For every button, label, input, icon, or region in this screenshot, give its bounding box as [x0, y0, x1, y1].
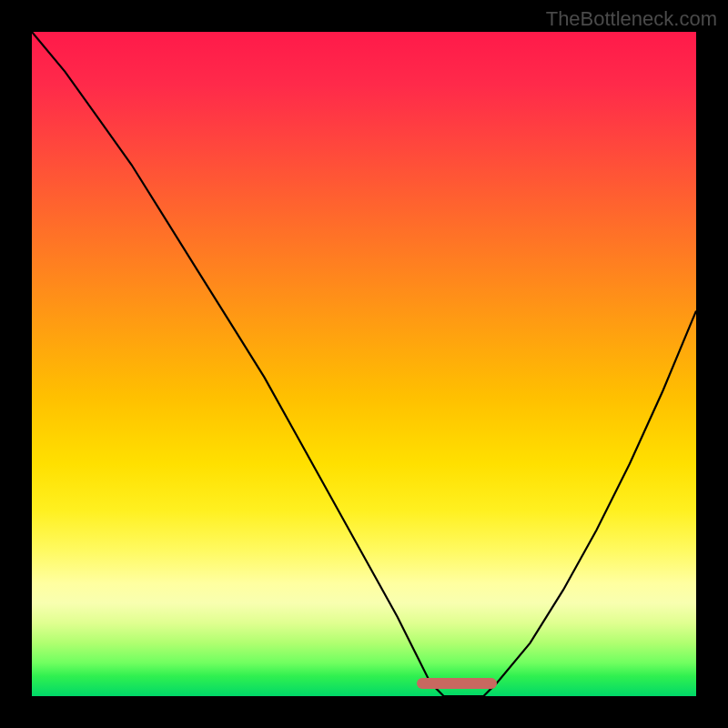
curve-svg: [32, 32, 696, 696]
bottleneck-curve-path: [32, 32, 696, 696]
plot-area: [32, 32, 696, 696]
optimal-marker: [417, 678, 497, 689]
watermark-text: TheBottleneck.com: [546, 7, 717, 31]
